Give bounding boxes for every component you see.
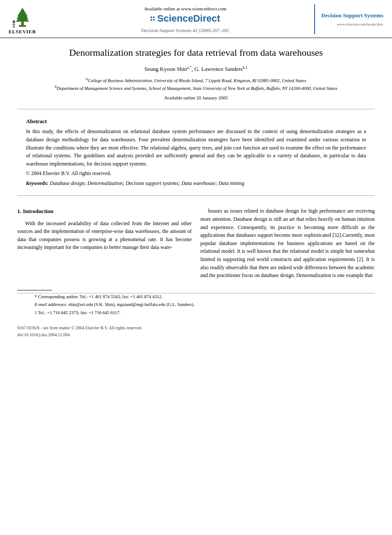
abstract-section: Abstract In this study, the effects of d… [0, 114, 392, 191]
col-right: houses as issues related to database des… [201, 207, 375, 283]
col-right-para1: houses as issues related to database des… [201, 207, 375, 279]
abstract-title: Abstract [26, 118, 366, 125]
author-b: G. Lawrence Sanders [194, 66, 243, 72]
header-left: ELSEVIER [9, 4, 56, 34]
available-online-date: Available online 20 January 2005 [26, 95, 366, 100]
authors-line: Seung Kyoon Shina,*, G. Lawrence Sanders… [26, 65, 366, 73]
affil-a: College of Business Administration, Univ… [88, 78, 306, 83]
abstract-divider [17, 109, 375, 109]
available-online-text: Available online at www.sciencedirect.co… [144, 6, 226, 11]
keywords-text: Database design; Denormalization; Decisi… [50, 180, 245, 186]
email-label: E-mail addresses: [35, 302, 67, 307]
footnote-container [17, 290, 375, 290]
sciencedirect-name: ScienceDirect [157, 13, 220, 24]
header-right: Decision Support Systems www.elsevier.co… [314, 4, 383, 34]
keywords-line: Keywords: Database design; Denormalizati… [26, 180, 366, 187]
journal-url: www.elsevier.com/locate/dsw [337, 22, 383, 26]
page: ELSEVIER Available online at www.science… [0, 0, 392, 535]
email-a: shin@uri.edu (S.K. Shin), [68, 302, 115, 307]
article-title: Denormalization strategies for data retr… [26, 47, 366, 59]
footnote-area: * Corresponding author. Tel.: +1 401 874… [17, 293, 375, 322]
author-a: Seung Kyoon Shin [144, 66, 187, 72]
doi-line: doi:10.1016/j.dss.2004.12.004 [17, 331, 375, 338]
elsevier-logo: ELSEVIER [9, 4, 36, 34]
journal-title: Decision Support Systems [321, 12, 383, 19]
svg-line-10 [14, 26, 15, 28]
abstract-body: In this study, the effects of denormaliz… [26, 127, 366, 168]
keywords-label: Keywords: [26, 180, 48, 186]
affiliations: aCollege of Business Administration, Uni… [26, 76, 366, 92]
author-b-sup: b,1 [242, 65, 247, 70]
email-b: mgstand@mgt.buffalo.edu (G.L. Sanders). [117, 302, 194, 307]
copyright: © 2004 Elsevier B.V. All rights reserved… [26, 170, 366, 177]
header: ELSEVIER Available online at www.science… [0, 0, 392, 38]
svg-point-5 [13, 20, 15, 23]
two-col-body: 1. Introduction With the increased avail… [0, 200, 392, 290]
header-center: Available online at www.sciencedirect.co… [61, 4, 310, 34]
footnote-1: 1 Tel.: +1 716 645 2373; fax: +1 716 645… [35, 309, 357, 316]
section1-heading: 1. Introduction [17, 207, 192, 216]
col-left: 1. Introduction With the increased avail… [17, 207, 192, 283]
article-header: Denormalization strategies for data retr… [0, 38, 392, 105]
footnote-star: * Corresponding author. Tel.: +1 401 874… [35, 293, 357, 300]
affil-b: Department of Management Science and Sys… [57, 86, 337, 91]
sciencedirect-logo: ScienceDirect [150, 13, 220, 24]
page-footer: 0167-9236/$ - see front matter © 2004 El… [0, 322, 392, 341]
footnote-email: E-mail addresses: shin@uri.edu (S.K. Shi… [35, 301, 357, 308]
body-divider [17, 195, 375, 196]
elsevier-tree-icon [10, 4, 35, 28]
journal-info: Decision Support Systems 42 (2006) 267–2… [141, 28, 229, 33]
col-left-para1: With the increased availability of data … [17, 220, 192, 252]
issn-line: 0167-9236/$ - see front matter © 2004 El… [17, 325, 375, 331]
author-a-sup: a,* [187, 65, 192, 70]
sd-dots-icon [150, 16, 155, 21]
elsevier-wordmark: ELSEVIER [9, 29, 36, 34]
footnote-divider [17, 290, 52, 290]
